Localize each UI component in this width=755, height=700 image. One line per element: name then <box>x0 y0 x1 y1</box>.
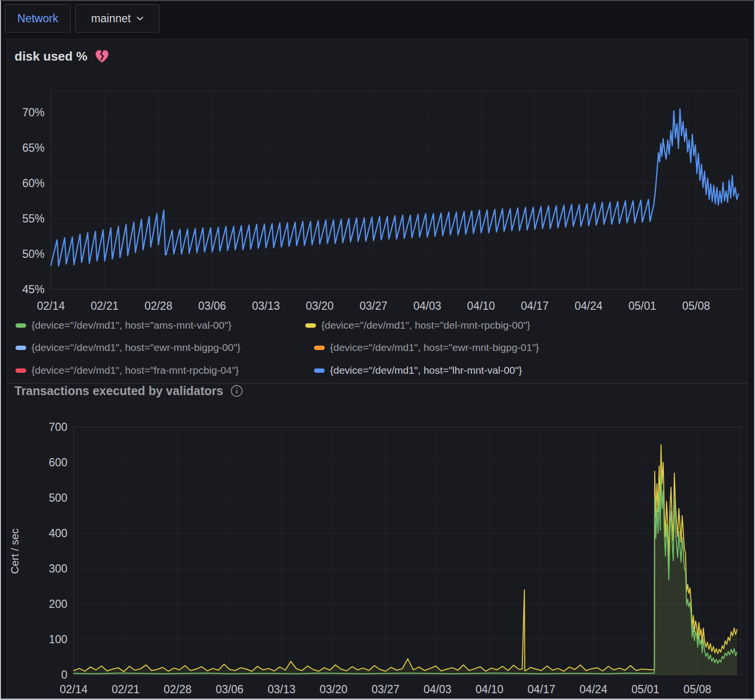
legend-item[interactable]: {device="/dev/md1", host="ewr-mnt-bigpg-… <box>314 342 539 353</box>
y-tick-label: 700 <box>49 421 67 433</box>
x-tick-label: 03/27 <box>360 300 388 312</box>
legend-label: {device="/dev/md1", host="del-mnt-rpcbig… <box>321 319 530 331</box>
legend-item[interactable]: {device="/dev/md1", host="ams-mnt-val-00… <box>16 319 232 331</box>
legend-swatch-icon <box>16 346 26 350</box>
x-tick-label: 03/06 <box>216 683 244 696</box>
x-tick-label: 04/03 <box>424 683 452 696</box>
y-tick-label: 400 <box>49 527 67 540</box>
x-tick-label: 03/06 <box>198 300 226 312</box>
x-tick-label: 02/28 <box>164 683 192 696</box>
panel2-title-text: Transactions executed by validators <box>15 384 223 398</box>
disk-used-chart[interactable]: 45%50%55%60%65%70%02/1402/2102/2803/0603… <box>7 87 748 315</box>
y-tick-label: 0 <box>61 668 67 681</box>
panel1-title-text: disk used % <box>15 49 87 64</box>
legend-label: {device="/dev/md1", host="ewr-mnt-bigpg-… <box>31 342 240 353</box>
series-line <box>51 109 739 266</box>
y-tick-label: 50% <box>22 248 45 260</box>
x-tick-label: 04/10 <box>475 683 503 696</box>
broken-heart-icon <box>94 48 110 64</box>
x-tick-label: 03/27 <box>372 683 400 696</box>
network-value-dropdown[interactable]: mainnet <box>75 4 159 32</box>
x-tick-label: 03/13 <box>267 683 296 696</box>
y-tick-label: 65% <box>22 142 45 154</box>
x-tick-label: 02/21 <box>91 300 119 312</box>
legend-label: {device="/dev/md1", host="ams-mnt-val-00… <box>31 319 232 331</box>
series-line <box>74 474 737 673</box>
legend-swatch-icon <box>314 346 325 350</box>
x-tick-label: 05/01 <box>629 300 657 312</box>
y-tick-label: 70% <box>22 106 45 119</box>
chevron-down-icon <box>137 16 143 21</box>
x-tick-label: 04/24 <box>580 683 608 696</box>
legend-item[interactable]: {device="/dev/md1", host="del-mnt-rpcbig… <box>305 319 530 331</box>
x-tick-label: 04/17 <box>528 683 556 696</box>
network-label: Network <box>17 12 58 25</box>
legend-item[interactable]: {device="/dev/md1", host="lhr-mnt-val-00… <box>314 365 522 376</box>
x-tick-label: 04/10 <box>467 300 495 312</box>
x-tick-label: 02/28 <box>144 300 173 312</box>
series-fill <box>74 445 737 675</box>
network-value: mainnet <box>91 12 131 25</box>
legend-item[interactable]: {device="/dev/md1", host="fra-mnt-rpcbig… <box>16 365 239 376</box>
legend-swatch-icon <box>314 368 325 373</box>
x-tick-label: 04/24 <box>575 300 603 312</box>
y-tick-label: 200 <box>49 598 67 610</box>
series-fill <box>74 474 737 675</box>
x-tick-label: 05/08 <box>682 300 710 312</box>
x-tick-label: 02/14 <box>37 300 65 312</box>
legend-swatch-icon <box>16 323 26 328</box>
plot-border <box>51 91 741 289</box>
legend-label: {device="/dev/md1", host="lhr-mnt-val-00… <box>330 365 522 376</box>
y-tick-label: 55% <box>22 212 45 225</box>
y-tick-label: 300 <box>49 562 67 575</box>
info-icon[interactable] <box>230 384 243 398</box>
legend-swatch-icon <box>305 323 316 328</box>
x-tick-label: 03/20 <box>320 683 348 696</box>
series-line <box>74 445 737 672</box>
transactions-chart[interactable]: 010020030040050060070002/1402/2102/2803/… <box>7 417 748 700</box>
x-tick-label: 05/08 <box>683 683 711 696</box>
y-tick-label: 60% <box>22 177 45 190</box>
x-tick-label: 04/17 <box>521 300 549 312</box>
network-variable-label: Network <box>5 4 71 32</box>
legend-item[interactable]: {device="/dev/md1", host="ewr-mnt-bigpg-… <box>16 342 240 353</box>
y-tick-label: 500 <box>49 492 67 504</box>
y-tick-label: 45% <box>22 283 45 296</box>
x-tick-label: 02/14 <box>60 683 88 696</box>
y-tick-label: 100 <box>49 633 67 646</box>
panel-title-transactions[interactable]: Transactions executed by validators <box>15 384 243 398</box>
x-tick-label: 04/03 <box>413 300 441 312</box>
x-tick-label: 03/20 <box>306 300 334 312</box>
y-axis-label: Cert / sec <box>9 528 21 574</box>
legend-swatch-icon <box>16 368 26 373</box>
plot-border <box>74 427 740 675</box>
panel-title-disk-used[interactable]: disk used % <box>15 48 110 64</box>
legend-label: {device="/dev/md1", host="ewr-mnt-bigpg-… <box>330 342 539 353</box>
x-tick-label: 05/01 <box>631 683 660 696</box>
legend-label: {device="/dev/md1", host="fra-mnt-rpcbig… <box>31 365 239 376</box>
x-tick-label: 03/13 <box>252 300 280 312</box>
y-tick-label: 600 <box>49 456 67 469</box>
x-tick-label: 02/21 <box>111 683 140 696</box>
